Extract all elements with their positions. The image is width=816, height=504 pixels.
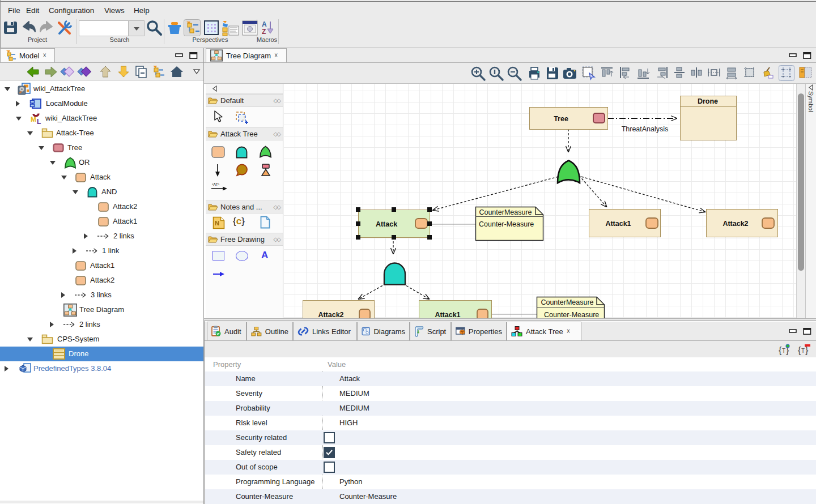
svg-text:Z: Z <box>262 28 266 36</box>
svg-text:T: T <box>801 348 805 354</box>
svg-text:Attack2: Attack2 <box>722 220 748 228</box>
svg-text:}: } <box>805 345 809 355</box>
svg-text:N: N <box>215 220 219 227</box>
svg-text:Attack1: Attack1 <box>605 220 631 228</box>
svg-text:Attack: Attack <box>376 220 397 228</box>
svg-text:‹AT›: ‹AT› <box>212 182 220 186</box>
svg-text:A: A <box>262 20 267 28</box>
svg-text:Attack1: Attack1 <box>435 311 460 319</box>
svg-text:T: T <box>782 348 785 354</box>
svg-text:M: M <box>31 116 36 123</box>
svg-text:CounterMeasure: CounterMeasure <box>541 298 593 306</box>
svg-text:Drone: Drone <box>698 97 718 105</box>
svg-text:CounterMeasure: CounterMeasure <box>479 208 532 216</box>
svg-text:Tree: Tree <box>554 115 568 123</box>
svg-text:Attack2: Attack2 <box>318 311 343 319</box>
svg-text:L: L <box>37 118 41 125</box>
svg-text:ThreatAnalysis: ThreatAnalysis <box>622 125 669 133</box>
svg-text:Counter-Measure: Counter-Measure <box>544 311 599 319</box>
svg-text:Counter-Measure: Counter-Measure <box>479 220 534 228</box>
